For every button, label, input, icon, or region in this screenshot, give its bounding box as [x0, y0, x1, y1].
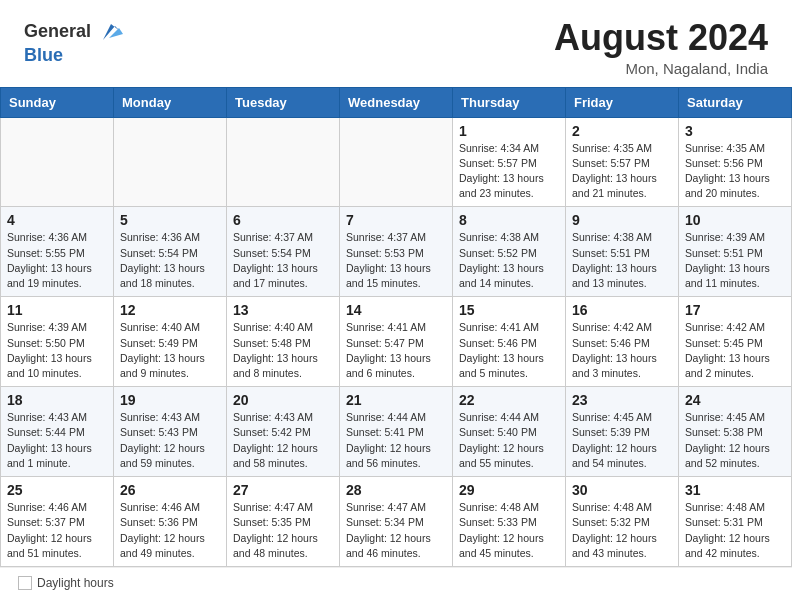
- day-number: 13: [233, 302, 333, 318]
- day-info: Sunrise: 4:43 AM Sunset: 5:43 PM Dayligh…: [120, 410, 220, 471]
- calendar-cell: 2Sunrise: 4:35 AM Sunset: 5:57 PM Daylig…: [566, 117, 679, 207]
- calendar-footer: Daylight hours: [0, 567, 792, 598]
- day-info: Sunrise: 4:46 AM Sunset: 5:37 PM Dayligh…: [7, 500, 107, 561]
- day-info: Sunrise: 4:35 AM Sunset: 5:57 PM Dayligh…: [572, 141, 672, 202]
- day-number: 29: [459, 482, 559, 498]
- calendar-cell: 22Sunrise: 4:44 AM Sunset: 5:40 PM Dayli…: [453, 387, 566, 477]
- calendar-cell: 29Sunrise: 4:48 AM Sunset: 5:33 PM Dayli…: [453, 477, 566, 567]
- day-number: 18: [7, 392, 107, 408]
- day-number: 5: [120, 212, 220, 228]
- calendar-cell: 4Sunrise: 4:36 AM Sunset: 5:55 PM Daylig…: [1, 207, 114, 297]
- weekday-header-thursday: Thursday: [453, 87, 566, 117]
- calendar-week-row: 25Sunrise: 4:46 AM Sunset: 5:37 PM Dayli…: [1, 477, 792, 567]
- calendar-cell: 13Sunrise: 4:40 AM Sunset: 5:48 PM Dayli…: [227, 297, 340, 387]
- day-info: Sunrise: 4:45 AM Sunset: 5:38 PM Dayligh…: [685, 410, 785, 471]
- day-info: Sunrise: 4:47 AM Sunset: 5:35 PM Dayligh…: [233, 500, 333, 561]
- day-number: 21: [346, 392, 446, 408]
- day-info: Sunrise: 4:45 AM Sunset: 5:39 PM Dayligh…: [572, 410, 672, 471]
- calendar-cell: 8Sunrise: 4:38 AM Sunset: 5:52 PM Daylig…: [453, 207, 566, 297]
- day-info: Sunrise: 4:40 AM Sunset: 5:49 PM Dayligh…: [120, 320, 220, 381]
- calendar-cell: 6Sunrise: 4:37 AM Sunset: 5:54 PM Daylig…: [227, 207, 340, 297]
- day-info: Sunrise: 4:37 AM Sunset: 5:53 PM Dayligh…: [346, 230, 446, 291]
- calendar-cell: 21Sunrise: 4:44 AM Sunset: 5:41 PM Dayli…: [340, 387, 453, 477]
- day-info: Sunrise: 4:42 AM Sunset: 5:45 PM Dayligh…: [685, 320, 785, 381]
- month-title: August 2024: [554, 18, 768, 58]
- calendar-cell: 14Sunrise: 4:41 AM Sunset: 5:47 PM Dayli…: [340, 297, 453, 387]
- location-subtitle: Mon, Nagaland, India: [554, 60, 768, 77]
- logo: General Blue: [24, 18, 123, 66]
- day-info: Sunrise: 4:41 AM Sunset: 5:46 PM Dayligh…: [459, 320, 559, 381]
- weekday-header-sunday: Sunday: [1, 87, 114, 117]
- calendar-table: SundayMondayTuesdayWednesdayThursdayFrid…: [0, 87, 792, 567]
- day-number: 11: [7, 302, 107, 318]
- day-number: 31: [685, 482, 785, 498]
- day-info: Sunrise: 4:44 AM Sunset: 5:40 PM Dayligh…: [459, 410, 559, 471]
- calendar-cell: 12Sunrise: 4:40 AM Sunset: 5:49 PM Dayli…: [114, 297, 227, 387]
- calendar-cell: 28Sunrise: 4:47 AM Sunset: 5:34 PM Dayli…: [340, 477, 453, 567]
- calendar-cell: 7Sunrise: 4:37 AM Sunset: 5:53 PM Daylig…: [340, 207, 453, 297]
- logo-bird-icon: [93, 18, 123, 46]
- day-info: Sunrise: 4:35 AM Sunset: 5:56 PM Dayligh…: [685, 141, 785, 202]
- calendar-cell: [1, 117, 114, 207]
- day-info: Sunrise: 4:36 AM Sunset: 5:55 PM Dayligh…: [7, 230, 107, 291]
- day-info: Sunrise: 4:39 AM Sunset: 5:50 PM Dayligh…: [7, 320, 107, 381]
- logo-text-general: General: [24, 22, 91, 42]
- day-info: Sunrise: 4:37 AM Sunset: 5:54 PM Dayligh…: [233, 230, 333, 291]
- calendar-week-row: 1Sunrise: 4:34 AM Sunset: 5:57 PM Daylig…: [1, 117, 792, 207]
- weekday-header-saturday: Saturday: [679, 87, 792, 117]
- calendar-cell: 17Sunrise: 4:42 AM Sunset: 5:45 PM Dayli…: [679, 297, 792, 387]
- day-info: Sunrise: 4:41 AM Sunset: 5:47 PM Dayligh…: [346, 320, 446, 381]
- weekday-header-monday: Monday: [114, 87, 227, 117]
- day-number: 1: [459, 123, 559, 139]
- day-info: Sunrise: 4:43 AM Sunset: 5:42 PM Dayligh…: [233, 410, 333, 471]
- day-number: 15: [459, 302, 559, 318]
- day-info: Sunrise: 4:48 AM Sunset: 5:33 PM Dayligh…: [459, 500, 559, 561]
- calendar-cell: 31Sunrise: 4:48 AM Sunset: 5:31 PM Dayli…: [679, 477, 792, 567]
- day-number: 19: [120, 392, 220, 408]
- calendar-week-row: 11Sunrise: 4:39 AM Sunset: 5:50 PM Dayli…: [1, 297, 792, 387]
- day-info: Sunrise: 4:39 AM Sunset: 5:51 PM Dayligh…: [685, 230, 785, 291]
- calendar-cell: 5Sunrise: 4:36 AM Sunset: 5:54 PM Daylig…: [114, 207, 227, 297]
- day-number: 6: [233, 212, 333, 228]
- day-number: 23: [572, 392, 672, 408]
- day-number: 4: [7, 212, 107, 228]
- day-number: 16: [572, 302, 672, 318]
- day-info: Sunrise: 4:36 AM Sunset: 5:54 PM Dayligh…: [120, 230, 220, 291]
- logo-text-blue: Blue: [24, 46, 63, 66]
- weekday-header-wednesday: Wednesday: [340, 87, 453, 117]
- weekday-header-row: SundayMondayTuesdayWednesdayThursdayFrid…: [1, 87, 792, 117]
- day-number: 28: [346, 482, 446, 498]
- day-info: Sunrise: 4:42 AM Sunset: 5:46 PM Dayligh…: [572, 320, 672, 381]
- day-info: Sunrise: 4:38 AM Sunset: 5:52 PM Dayligh…: [459, 230, 559, 291]
- day-number: 7: [346, 212, 446, 228]
- calendar-cell: 19Sunrise: 4:43 AM Sunset: 5:43 PM Dayli…: [114, 387, 227, 477]
- day-number: 12: [120, 302, 220, 318]
- daylight-legend: Daylight hours: [18, 576, 114, 590]
- day-info: Sunrise: 4:47 AM Sunset: 5:34 PM Dayligh…: [346, 500, 446, 561]
- day-number: 8: [459, 212, 559, 228]
- calendar-cell: 11Sunrise: 4:39 AM Sunset: 5:50 PM Dayli…: [1, 297, 114, 387]
- day-number: 14: [346, 302, 446, 318]
- day-number: 27: [233, 482, 333, 498]
- day-number: 17: [685, 302, 785, 318]
- calendar-cell: 27Sunrise: 4:47 AM Sunset: 5:35 PM Dayli…: [227, 477, 340, 567]
- calendar-cell: 3Sunrise: 4:35 AM Sunset: 5:56 PM Daylig…: [679, 117, 792, 207]
- calendar-cell: [114, 117, 227, 207]
- day-number: 30: [572, 482, 672, 498]
- calendar-cell: 18Sunrise: 4:43 AM Sunset: 5:44 PM Dayli…: [1, 387, 114, 477]
- day-number: 22: [459, 392, 559, 408]
- weekday-header-friday: Friday: [566, 87, 679, 117]
- calendar-cell: 25Sunrise: 4:46 AM Sunset: 5:37 PM Dayli…: [1, 477, 114, 567]
- calendar-cell: 16Sunrise: 4:42 AM Sunset: 5:46 PM Dayli…: [566, 297, 679, 387]
- day-number: 9: [572, 212, 672, 228]
- day-number: 2: [572, 123, 672, 139]
- calendar-cell: 20Sunrise: 4:43 AM Sunset: 5:42 PM Dayli…: [227, 387, 340, 477]
- day-number: 25: [7, 482, 107, 498]
- calendar-week-row: 4Sunrise: 4:36 AM Sunset: 5:55 PM Daylig…: [1, 207, 792, 297]
- title-area: August 2024 Mon, Nagaland, India: [554, 18, 768, 77]
- day-info: Sunrise: 4:48 AM Sunset: 5:32 PM Dayligh…: [572, 500, 672, 561]
- day-number: 24: [685, 392, 785, 408]
- day-info: Sunrise: 4:40 AM Sunset: 5:48 PM Dayligh…: [233, 320, 333, 381]
- day-number: 26: [120, 482, 220, 498]
- daylight-label: Daylight hours: [37, 576, 114, 590]
